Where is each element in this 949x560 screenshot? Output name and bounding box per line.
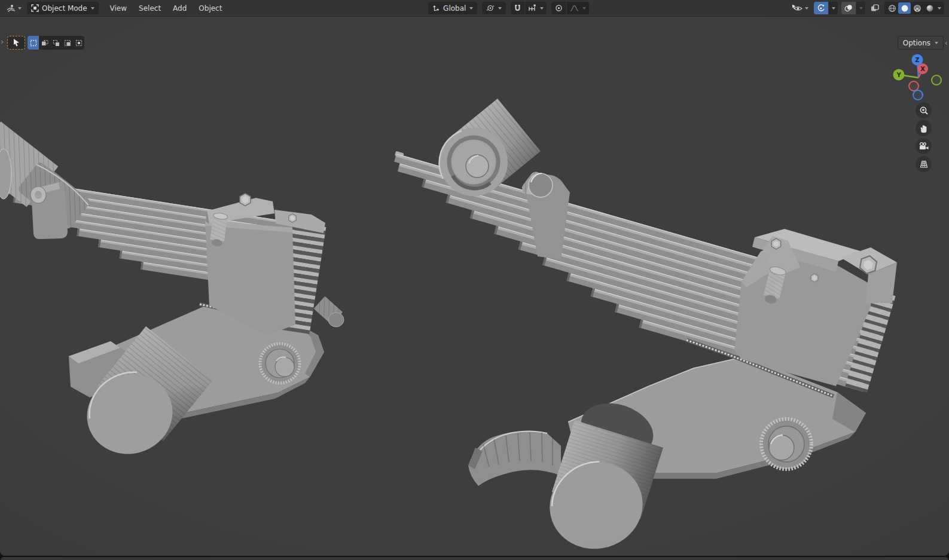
- select-mode-extend[interactable]: [39, 36, 50, 50]
- gizmo-axis-x-negative[interactable]: [909, 81, 919, 91]
- shading-mode-group: [884, 2, 944, 14]
- select-mode-set[interactable]: [28, 36, 39, 50]
- menu-object[interactable]: Object: [193, 2, 227, 14]
- overlays-group: [841, 2, 865, 14]
- pivot-point-dropdown[interactable]: [482, 2, 506, 14]
- pivot-point-icon: [486, 4, 495, 12]
- orthographic-toggle-button[interactable]: [916, 156, 932, 172]
- pan-button[interactable]: [916, 120, 932, 136]
- shading-wireframe-icon: [888, 4, 896, 13]
- shading-rendered-button[interactable]: [923, 2, 936, 14]
- chevron-down-icon: [935, 42, 938, 44]
- chevron-down-icon: [498, 7, 502, 10]
- tweak-tool-button[interactable]: [7, 36, 25, 50]
- chevron-down-icon: [18, 7, 22, 10]
- snap-target-dropdown[interactable]: [525, 2, 547, 14]
- object-visibility-dropdown[interactable]: [790, 2, 810, 14]
- shading-wireframe-button[interactable]: [886, 2, 898, 14]
- mode-select-label: Object Mode: [42, 4, 87, 13]
- editor-3d-viewport-icon: [7, 4, 16, 13]
- header-left-group: Object Mode View Select Add Object: [5, 2, 227, 14]
- snap-toggle-button[interactable]: [511, 2, 524, 14]
- gizmo-axis-y[interactable]: Y: [893, 69, 905, 81]
- menu-add[interactable]: Add: [167, 2, 192, 14]
- chevron-down-icon: [91, 7, 94, 10]
- proportional-falloff-dropdown[interactable]: [567, 2, 589, 14]
- proportional-editing-toggle[interactable]: [551, 2, 566, 14]
- overlays-dropdown[interactable]: [856, 2, 865, 14]
- chevron-down-icon: [859, 7, 863, 10]
- chevron-down-icon: [832, 7, 835, 10]
- gizmo-axis-z-negative[interactable]: [913, 90, 923, 100]
- sidebar-expand-arrow[interactable]: ‹: [945, 39, 948, 47]
- gizmos-dropdown[interactable]: [829, 2, 838, 14]
- editor-bottom-strip: [1, 557, 948, 560]
- mode-select-dropdown[interactable]: Object Mode: [27, 2, 99, 14]
- orientation-axes-icon: [432, 4, 440, 12]
- zoom-icon: [919, 106, 929, 115]
- projection-grid-icon: [919, 160, 929, 169]
- proportional-editing-icon: [555, 4, 563, 12]
- select-mode-subtract[interactable]: [50, 36, 62, 50]
- cursor-icon: [13, 38, 20, 47]
- select-mode-invert[interactable]: [62, 36, 73, 50]
- select-mode-intersect[interactable]: [73, 36, 84, 50]
- visibility-eye-cursor-icon: [792, 4, 802, 12]
- shading-material-button[interactable]: [911, 2, 923, 14]
- header-right-group: [790, 2, 944, 14]
- viewport-3d[interactable]: › ‹ Z X Y: [0, 17, 949, 556]
- select-mode-group: [28, 36, 84, 50]
- options-label: Options: [903, 39, 930, 47]
- toolbar-expand-arrow[interactable]: ›: [1, 38, 4, 45]
- shading-solid-button[interactable]: [898, 2, 911, 14]
- viewport-nav-buttons: [916, 102, 932, 172]
- show-overlays-toggle[interactable]: [841, 2, 856, 14]
- show-gizmos-toggle[interactable]: [814, 2, 828, 14]
- transform-orientation-dropdown[interactable]: Global: [428, 2, 477, 14]
- gizmo-axis-x[interactable]: X: [917, 63, 928, 74]
- xray-squares-icon: [871, 4, 879, 12]
- viewport-header: Object Mode View Select Add Object Globa…: [0, 0, 949, 17]
- gizmo-axis-y-negative[interactable]: [932, 75, 941, 85]
- chevron-down-icon: [805, 7, 808, 10]
- snap-increment-icon: [528, 4, 536, 12]
- svg-text:X: X: [920, 66, 925, 72]
- gizmos-group: [814, 2, 838, 14]
- scene-canvas: [0, 17, 949, 556]
- shading-rendered-icon: [926, 4, 934, 13]
- chevron-down-icon: [540, 7, 544, 10]
- zoom-button[interactable]: [916, 102, 932, 118]
- hand-icon: [919, 124, 928, 133]
- viewport-editor: Object Mode View Select Add Object Globa…: [0, 0, 949, 556]
- svg-text:Z: Z: [915, 57, 919, 63]
- navigation-gizmo[interactable]: Z X Y: [877, 47, 948, 104]
- options-dropdown[interactable]: Options: [898, 36, 944, 50]
- svg-text:Y: Y: [896, 72, 901, 78]
- overlays-circles-icon: [844, 4, 853, 12]
- shading-dropdown-chevron[interactable]: [938, 7, 941, 10]
- header-center-group: Global: [428, 2, 589, 14]
- snap-magnet-icon: [514, 4, 521, 12]
- vignette-overlay: [0, 17, 949, 556]
- snapping-group: [511, 2, 547, 14]
- camera-icon: [919, 142, 929, 151]
- menu-select[interactable]: Select: [133, 2, 166, 14]
- camera-view-button[interactable]: [916, 138, 932, 154]
- chevron-down-icon: [469, 7, 473, 10]
- gizmo-arc-icon: [817, 4, 825, 12]
- toggle-xray-button[interactable]: [869, 2, 881, 14]
- editor-type-button[interactable]: [5, 2, 23, 14]
- menu-view[interactable]: View: [105, 2, 132, 14]
- shading-solid-icon: [901, 4, 909, 13]
- falloff-curve-icon: [570, 4, 579, 12]
- shading-material-icon: [913, 4, 921, 13]
- chevron-down-icon: [582, 7, 586, 10]
- proportional-editing-group: [551, 2, 589, 14]
- object-mode-icon: [31, 4, 39, 12]
- transform-orientation-label: Global: [443, 4, 466, 13]
